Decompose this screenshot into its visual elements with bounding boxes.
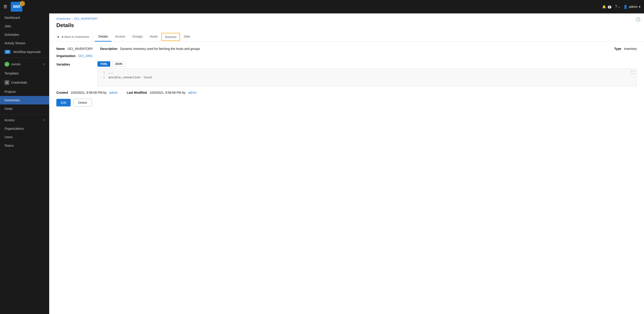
sidebar-item-schedules[interactable]: Schedules — [0, 30, 49, 39]
main-content: 🕐 Inventories › OCI_INVENTORY Details ◄ … — [49, 14, 644, 314]
breadcrumb-inventories-link[interactable]: Inventories — [56, 17, 71, 20]
breadcrumb-current[interactable]: OCI_INVENTORY — [74, 17, 98, 20]
user-icon: 👤 — [623, 5, 628, 9]
sidebar-item-users[interactable]: Users — [0, 133, 49, 141]
sidebar-label-jobs: Jobs — [4, 24, 11, 28]
tab-sources[interactable]: Sources — [162, 33, 180, 41]
sidebar-item-credentials[interactable]: ⇄ Credentials — [0, 78, 49, 88]
description-value: Dynamic inventory used for fetching the … — [120, 47, 200, 50]
tab-access-label: Access — [115, 35, 125, 38]
user-label: admin — [629, 5, 638, 8]
content-inner: 🕐 Inventories › OCI_INVENTORY Details ◄ … — [49, 14, 644, 112]
sidebar-divider-2 — [0, 114, 49, 114]
chevron-down-icon: ▾ — [44, 62, 45, 66]
sidebar-item-workflow-approvals[interactable]: 22 Workflow Approvals — [0, 48, 49, 56]
notification-bell[interactable]: 🔔 0 — [602, 5, 611, 8]
back-label: ◄ Back to Inventories — [61, 35, 89, 38]
hex-icon — [19, 0, 26, 7]
organization-label: Organization — [56, 54, 76, 58]
tabs-bar: ◄ ◄ Back to Inventories Details Access G… — [49, 32, 644, 42]
json-button[interactable]: JSON — [112, 61, 125, 67]
line-number-2: 2 — [101, 76, 105, 79]
tab-back-to-inventories[interactable]: ◄ ◄ Back to Inventories — [56, 32, 93, 41]
line-content-1: --- — [108, 71, 114, 75]
sidebar-item-jobs[interactable]: Jobs — [0, 22, 49, 30]
line-content-2: ansible_connection: local — [108, 76, 152, 79]
edit-button[interactable]: Edit — [56, 99, 71, 106]
created-value: 10/4/2021, 9:58:08 PM by — [71, 91, 106, 94]
sidebar-item-templates[interactable]: Templates — [0, 69, 49, 78]
expand-icon[interactable]: ⛶ — [631, 70, 635, 75]
sidebar-item-projects[interactable]: Projects — [0, 88, 49, 96]
created-field: Created 10/4/2021, 9:58:08 PM by admin — [56, 91, 118, 94]
code-line-1: 1 --- — [101, 71, 633, 75]
tab-details-label: Details — [98, 35, 108, 38]
meta-row: Created 10/4/2021, 9:58:08 PM by admin L… — [56, 91, 637, 94]
history-icon[interactable]: 🕐 — [636, 17, 640, 22]
code-block: 1 --- 2 ansible_connection: local ⛶ — [98, 68, 637, 86]
created-user-link[interactable]: admin — [109, 91, 118, 94]
sidebar-item-hosts[interactable]: Hosts — [0, 104, 49, 113]
tab-details[interactable]: Details — [95, 32, 112, 42]
modified-user-link[interactable]: admin — [188, 91, 196, 94]
top-navigation: ☰ AWX 🔔 0 ? ▾ 👤 admin ▾ — [0, 0, 644, 14]
yaml-button[interactable]: YAML — [98, 61, 110, 67]
sidebar-item-organizations[interactable]: Organizations — [0, 124, 49, 133]
variables-row: Variables YAML JSON 1 --- 2 — [56, 61, 637, 86]
name-label: Name — [56, 47, 65, 50]
tab-access[interactable]: Access — [112, 32, 129, 42]
sidebar-label-hosts: Hosts — [4, 107, 12, 110]
tab-groups-label: Groups — [132, 35, 143, 38]
sidebar-item-inventories[interactable]: Inventories — [0, 96, 49, 104]
name-row: Name OCI_INVENTORY Description Dynamic i… — [56, 47, 637, 50]
arrow-icon: ⇄ — [4, 80, 10, 85]
organization-value-link[interactable]: OCI_ORG — [78, 54, 93, 58]
code-line-2: 2 ansible_connection: local — [101, 76, 633, 79]
variables-label: Variables — [56, 61, 92, 66]
type-label: Type — [614, 47, 622, 50]
tab-groups[interactable]: Groups — [129, 32, 146, 42]
sidebar-label-workflow-approvals: Workflow Approvals — [13, 50, 41, 54]
sidebar-item-access-section[interactable]: Access ▾ — [0, 116, 49, 124]
sidebar: Dashboard Jobs Schedules Activity Stream… — [0, 14, 49, 314]
page-title: Details — [49, 21, 644, 32]
tab-jobs[interactable]: Jobs — [180, 32, 194, 42]
description-field: Description Dynamic inventory used for f… — [100, 47, 607, 50]
nav-left: ☰ AWX — [4, 2, 22, 12]
delete-button[interactable]: Delete — [73, 99, 92, 106]
action-row: Edit Delete — [56, 99, 637, 106]
bell-icon: 🔔 — [602, 5, 606, 8]
question-icon: ? — [615, 4, 617, 9]
sidebar-item-teams[interactable]: Teams — [0, 141, 49, 150]
user-dropdown-icon: ▾ — [639, 5, 640, 8]
modified-field: Last Modified 10/4/2021, 9:58:08 PM by a… — [127, 91, 197, 94]
hamburger-menu[interactable]: ☰ — [4, 4, 7, 9]
sidebar-label-inventories: Inventories — [4, 98, 20, 102]
workflow-approvals-badge: 22 — [4, 50, 10, 54]
sidebar-label-access: Access — [4, 118, 14, 122]
organization-row: Organization OCI_ORG — [56, 54, 637, 58]
user-menu[interactable]: 👤 admin ▾ — [623, 5, 640, 9]
help-dropdown-icon: ▾ — [618, 6, 620, 8]
sidebar-label-templates: Templates — [4, 72, 19, 75]
sidebar-item-resources[interactable]: ✓ ources ▾ — [0, 59, 49, 69]
notification-count: 0 — [608, 6, 611, 8]
sidebar-item-dashboard[interactable]: Dashboard — [0, 14, 49, 22]
line-number-1: 1 — [101, 71, 105, 75]
main-layout: Dashboard Jobs Schedules Activity Stream… — [0, 14, 644, 314]
awx-logo: AWX — [11, 2, 22, 12]
sidebar-label-organizations: Organizations — [4, 127, 24, 130]
variables-buttons: YAML JSON — [98, 61, 637, 67]
type-value: Inventory — [624, 47, 637, 50]
sidebar-item-activity-stream[interactable]: Activity Stream — [0, 39, 49, 48]
tab-hosts[interactable]: Hosts — [146, 32, 162, 42]
created-label: Created — [56, 91, 68, 94]
help-button[interactable]: ? ▾ — [615, 4, 620, 9]
nav-right: 🔔 0 ? ▾ 👤 admin ▾ — [602, 4, 640, 9]
modified-label: Last Modified — [127, 91, 147, 94]
back-arrow-icon: ◄ — [56, 35, 60, 38]
sidebar-label-resources: ources — [11, 62, 20, 66]
sidebar-label-teams: Teams — [4, 144, 14, 148]
sidebar-label-dashboard: Dashboard — [4, 16, 20, 20]
breadcrumb: Inventories › OCI_INVENTORY — [49, 14, 644, 21]
